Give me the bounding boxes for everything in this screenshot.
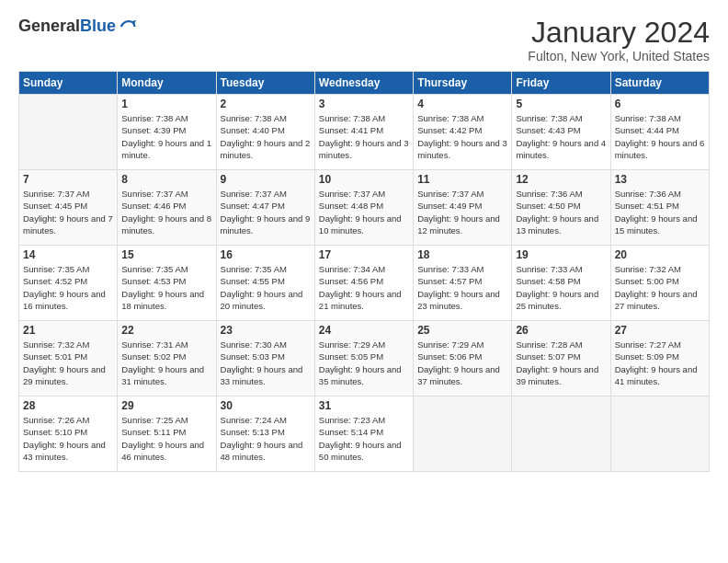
day-number: 27 [615,324,705,337]
title-block: January 2024 Fulton, New York, United St… [528,17,710,63]
day-number: 31 [319,399,409,412]
sun-info: Sunrise: 7:38 AMSunset: 4:42 PMDaylight:… [417,112,507,161]
table-row: 28 Sunrise: 7:26 AMSunset: 5:10 PMDaylig… [19,396,118,472]
day-number: 23 [221,324,311,337]
sun-info: Sunrise: 7:26 AMSunset: 5:10 PMDaylight:… [23,414,113,463]
sun-info: Sunrise: 7:37 AMSunset: 4:47 PMDaylight:… [221,188,311,236]
col-tuesday: Tuesday [216,72,314,95]
table-row: 16 Sunrise: 7:35 AMSunset: 4:55 PMDaylig… [216,246,314,321]
logo-blue: Blue [80,17,116,35]
table-row: 29 Sunrise: 7:25 AMSunset: 5:11 PMDaylig… [118,396,216,472]
sun-info: Sunrise: 7:25 AMSunset: 5:11 PMDaylight:… [121,414,211,463]
table-row: 4 Sunrise: 7:38 AMSunset: 4:42 PMDayligh… [414,95,512,170]
table-row: 5 Sunrise: 7:38 AMSunset: 4:43 PMDayligh… [512,95,610,170]
day-number: 4 [417,98,507,110]
sun-info: Sunrise: 7:37 AMSunset: 4:49 PMDaylight:… [417,188,507,236]
logo-icon [118,17,138,37]
col-monday: Monday [118,72,216,95]
table-row: 22 Sunrise: 7:31 AMSunset: 5:02 PMDaylig… [118,321,216,396]
table-row [512,396,610,472]
calendar-week-2: 7 Sunrise: 7:37 AMSunset: 4:45 PMDayligh… [19,170,710,246]
sun-info: Sunrise: 7:29 AMSunset: 5:05 PMDaylight:… [319,339,409,387]
day-number: 29 [121,399,211,412]
sun-info: Sunrise: 7:33 AMSunset: 4:57 PMDaylight:… [417,263,507,312]
table-row: 23 Sunrise: 7:30 AMSunset: 5:03 PMDaylig… [216,321,314,396]
sun-info: Sunrise: 7:28 AMSunset: 5:07 PMDaylight:… [516,339,606,387]
sun-info: Sunrise: 7:37 AMSunset: 4:45 PMDaylight:… [23,188,113,236]
day-number: 30 [221,399,311,412]
day-number: 10 [319,173,409,186]
sun-info: Sunrise: 7:38 AMSunset: 4:39 PMDaylight:… [121,112,211,161]
sun-info: Sunrise: 7:32 AMSunset: 5:00 PMDaylight:… [615,263,705,312]
table-row: 31 Sunrise: 7:23 AMSunset: 5:14 PMDaylig… [314,396,413,472]
day-number: 28 [23,399,113,412]
table-row: 7 Sunrise: 7:37 AMSunset: 4:45 PMDayligh… [19,170,118,246]
day-number: 1 [121,98,211,110]
sun-info: Sunrise: 7:37 AMSunset: 4:48 PMDaylight:… [319,188,409,236]
day-number: 15 [121,248,211,261]
calendar-week-3: 14 Sunrise: 7:35 AMSunset: 4:52 PMDaylig… [19,246,710,321]
day-number: 6 [615,98,705,110]
table-row [19,95,118,170]
calendar-week-1: 1 Sunrise: 7:38 AMSunset: 4:39 PMDayligh… [19,95,710,170]
day-number: 13 [615,173,705,186]
day-number: 21 [23,324,113,337]
day-number: 5 [516,98,606,110]
table-row: 10 Sunrise: 7:37 AMSunset: 4:48 PMDaylig… [314,170,413,246]
sun-info: Sunrise: 7:35 AMSunset: 4:55 PMDaylight:… [221,263,311,312]
logo-general: General [18,17,80,35]
header: GeneralBlue January 2024 Fulton, New Yor… [18,17,710,63]
sun-info: Sunrise: 7:38 AMSunset: 4:40 PMDaylight:… [221,112,311,161]
table-row: 3 Sunrise: 7:38 AMSunset: 4:41 PMDayligh… [314,95,413,170]
sun-info: Sunrise: 7:32 AMSunset: 5:01 PMDaylight:… [23,339,113,387]
day-number: 26 [516,324,606,337]
table-row: 18 Sunrise: 7:33 AMSunset: 4:57 PMDaylig… [414,246,512,321]
table-row: 27 Sunrise: 7:27 AMSunset: 5:09 PMDaylig… [610,321,709,396]
day-number: 19 [516,248,606,261]
col-wednesday: Wednesday [314,72,413,95]
location: Fulton, New York, United States [528,49,710,63]
col-thursday: Thursday [414,72,512,95]
table-row: 2 Sunrise: 7:38 AMSunset: 4:40 PMDayligh… [216,95,314,170]
day-number: 7 [23,173,113,186]
sun-info: Sunrise: 7:38 AMSunset: 4:43 PMDaylight:… [516,112,606,161]
logo: GeneralBlue [18,17,138,37]
day-number: 2 [221,98,311,110]
table-row: 12 Sunrise: 7:36 AMSunset: 4:50 PMDaylig… [512,170,610,246]
day-number: 16 [221,248,311,261]
day-number: 12 [516,173,606,186]
table-row: 9 Sunrise: 7:37 AMSunset: 4:47 PMDayligh… [216,170,314,246]
calendar-week-5: 28 Sunrise: 7:26 AMSunset: 5:10 PMDaylig… [19,396,710,472]
table-row: 15 Sunrise: 7:35 AMSunset: 4:53 PMDaylig… [118,246,216,321]
day-number: 17 [319,248,409,261]
day-number: 25 [417,324,507,337]
page: GeneralBlue January 2024 Fulton, New Yor… [0,0,728,563]
table-row: 8 Sunrise: 7:37 AMSunset: 4:46 PMDayligh… [118,170,216,246]
table-row: 19 Sunrise: 7:33 AMSunset: 4:58 PMDaylig… [512,246,610,321]
sun-info: Sunrise: 7:38 AMSunset: 4:41 PMDaylight:… [319,112,409,161]
day-number: 20 [615,248,705,261]
calendar-table: Sunday Monday Tuesday Wednesday Thursday… [18,71,710,472]
table-row: 20 Sunrise: 7:32 AMSunset: 5:00 PMDaylig… [610,246,709,321]
sun-info: Sunrise: 7:34 AMSunset: 4:56 PMDaylight:… [319,263,409,312]
sun-info: Sunrise: 7:31 AMSunset: 5:02 PMDaylight:… [121,339,211,387]
sun-info: Sunrise: 7:29 AMSunset: 5:06 PMDaylight:… [417,339,507,387]
table-row [414,396,512,472]
month-title: January 2024 [528,17,710,49]
sun-info: Sunrise: 7:35 AMSunset: 4:52 PMDaylight:… [23,263,113,312]
calendar-week-4: 21 Sunrise: 7:32 AMSunset: 5:01 PMDaylig… [19,321,710,396]
sun-info: Sunrise: 7:23 AMSunset: 5:14 PMDaylight:… [319,414,409,463]
table-row: 1 Sunrise: 7:38 AMSunset: 4:39 PMDayligh… [118,95,216,170]
day-number: 24 [319,324,409,337]
table-row: 11 Sunrise: 7:37 AMSunset: 4:49 PMDaylig… [414,170,512,246]
day-number: 8 [121,173,211,186]
sun-info: Sunrise: 7:36 AMSunset: 4:50 PMDaylight:… [516,188,606,236]
table-row: 30 Sunrise: 7:24 AMSunset: 5:13 PMDaylig… [216,396,314,472]
sun-info: Sunrise: 7:24 AMSunset: 5:13 PMDaylight:… [221,414,311,463]
table-row: 24 Sunrise: 7:29 AMSunset: 5:05 PMDaylig… [314,321,413,396]
table-row: 13 Sunrise: 7:36 AMSunset: 4:51 PMDaylig… [610,170,709,246]
header-row: Sunday Monday Tuesday Wednesday Thursday… [19,72,710,95]
sun-info: Sunrise: 7:35 AMSunset: 4:53 PMDaylight:… [121,263,211,312]
table-row: 14 Sunrise: 7:35 AMSunset: 4:52 PMDaylig… [19,246,118,321]
table-row: 6 Sunrise: 7:38 AMSunset: 4:44 PMDayligh… [610,95,709,170]
